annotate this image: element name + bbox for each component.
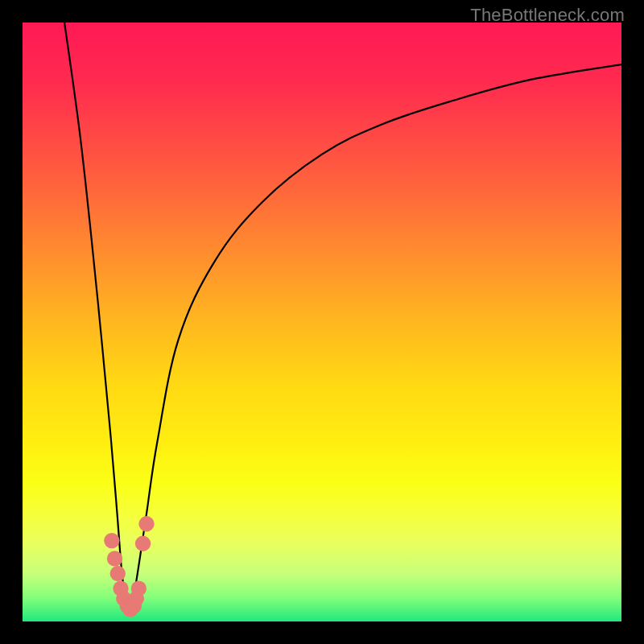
marker-dot bbox=[107, 551, 122, 566]
marker-cluster bbox=[104, 516, 154, 617]
marker-dot bbox=[110, 566, 126, 581]
marker-dot bbox=[131, 580, 147, 596]
chart-svg bbox=[23, 23, 621, 621]
marker-dot bbox=[104, 533, 119, 548]
marker-dot bbox=[138, 516, 154, 531]
curve-right-branch bbox=[130, 64, 621, 609]
plot-area bbox=[23, 23, 621, 621]
marker-dot bbox=[135, 536, 151, 551]
chart-frame: TheBottleneck.com bbox=[0, 0, 644, 644]
curve-left-branch bbox=[64, 23, 130, 609]
